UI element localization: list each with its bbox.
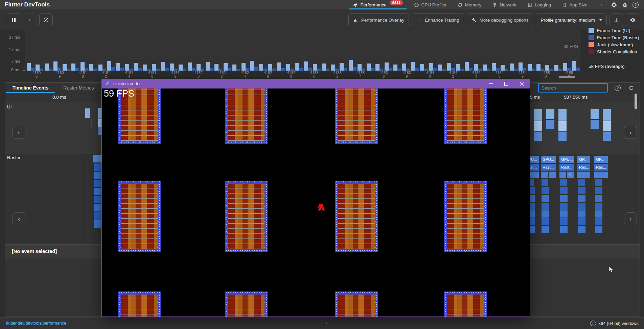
tab-timeline-events[interactable]: Timeline Events [5, 83, 56, 93]
frame-bar[interactable] [250, 61, 258, 71]
frame-bar[interactable] [340, 63, 347, 71]
flame-bar[interactable] [541, 172, 548, 178]
game-window[interactable]: cluisterizer_test 59 FPS [101, 79, 530, 317]
game-viewport[interactable]: 59 FPS [102, 88, 530, 317]
gpu-flame-bar[interactable]: GPU... [559, 156, 574, 163]
flame-bar[interactable] [560, 179, 567, 186]
flame-bar[interactable] [542, 210, 549, 218]
frame-bar[interactable] [483, 65, 490, 71]
flame-bar[interactable] [578, 226, 585, 233]
frame-bar[interactable] [563, 63, 571, 71]
profile-granularity-dropdown[interactable]: Profile granularity: medium [536, 14, 607, 26]
frame-bar[interactable] [456, 64, 464, 71]
header-tab-cpu-profiler[interactable]: CPU Profiler [409, 0, 452, 9]
frame-bar[interactable] [214, 64, 222, 71]
frame-bar[interactable] [554, 65, 562, 71]
ui-flame-bar[interactable] [546, 120, 554, 129]
frame-bar[interactable] [545, 65, 553, 71]
flame-bar[interactable] [578, 195, 585, 202]
enhance-tracing-button[interactable]: Enhance Tracing [412, 14, 464, 26]
flame-bar[interactable] [578, 218, 585, 225]
flame-bar[interactable] [578, 210, 585, 218]
header-tab-network[interactable]: Network [487, 0, 522, 9]
frame-bar[interactable] [107, 61, 115, 71]
tab-raster-metrics[interactable]: Raster Metrics [56, 83, 101, 93]
frame-bar[interactable] [358, 64, 365, 71]
game-window-titlebar[interactable]: cluisterizer_test [102, 79, 530, 88]
frame-bar[interactable] [322, 64, 329, 71]
frame-bar[interactable] [170, 64, 178, 71]
header-tab-logging[interactable]: Logging [522, 0, 556, 9]
frame-bar[interactable] [98, 65, 106, 71]
flame-bar[interactable] [560, 218, 568, 225]
frame-bar[interactable] [438, 65, 446, 71]
frame-bar[interactable] [71, 64, 79, 71]
more-debugging-options-button[interactable]: More debugging options [467, 14, 533, 26]
flame-bar[interactable] [542, 218, 549, 225]
flame-bar[interactable] [560, 210, 568, 218]
flame-bar[interactable] [542, 187, 549, 194]
frame-bar[interactable] [197, 64, 204, 71]
frame-bar[interactable] [277, 62, 285, 71]
ui-flame-bar[interactable] [591, 120, 599, 129]
frame-bar[interactable] [393, 65, 401, 71]
frame-bar[interactable] [188, 62, 196, 71]
raster-flame-bar[interactable] [94, 172, 101, 179]
raster-thread-flame-bar[interactable]: Ras... [594, 164, 608, 171]
refresh-icon[interactable] [627, 84, 635, 92]
frame-bar[interactable] [295, 63, 303, 71]
frame-bar[interactable] [367, 64, 374, 71]
frame-bar[interactable] [268, 64, 276, 71]
raster-thread-flame-bar[interactable]: Rast... [541, 164, 556, 171]
ui-flame-bar[interactable] [591, 109, 599, 119]
frame-bar[interactable] [27, 63, 34, 71]
ui-flame-bar[interactable] [603, 132, 611, 141]
flame-bar[interactable] [542, 226, 549, 233]
frame-bar[interactable] [45, 64, 52, 71]
ui-flame-bar[interactable] [558, 121, 567, 131]
flame-bar[interactable] [542, 179, 548, 186]
settings-gear-icon[interactable] [610, 1, 618, 8]
gpu-flame-bar[interactable]: GPU... [541, 156, 556, 163]
flame-bar[interactable] [578, 203, 585, 210]
frame-bar[interactable] [492, 63, 500, 71]
header-tab-app-size[interactable]: App Size [556, 0, 593, 9]
frame-bar[interactable] [232, 65, 240, 71]
devtools-docs-link[interactable]: flutter.dev/devtools/performance [6, 321, 66, 326]
flame-bar[interactable] [595, 203, 602, 210]
ui-track-next-button[interactable]: › [624, 126, 637, 139]
raster-thread-flame-bar[interactable]: Rast... [559, 164, 574, 171]
raster-flame-bar[interactable] [94, 180, 101, 187]
flame-bar[interactable] [595, 187, 602, 194]
frame-bar[interactable] [465, 62, 473, 71]
ui-flame-bar[interactable] [91, 119, 92, 127]
header-tab-memory[interactable]: Memory [452, 0, 487, 9]
raster-flame-bar[interactable] [94, 212, 101, 220]
frame-bar[interactable] [510, 64, 518, 71]
frame-bar[interactable] [313, 64, 321, 71]
frame-bar[interactable] [89, 64, 97, 71]
frame-bar[interactable] [152, 64, 160, 71]
header-tab-performance[interactable]: Performance6311 [347, 0, 408, 9]
frame-bar[interactable] [474, 64, 482, 71]
frame-bar[interactable] [286, 64, 294, 71]
frame-bar[interactable] [411, 62, 419, 71]
flame-bar[interactable] [578, 179, 585, 186]
close-button[interactable] [514, 79, 530, 88]
frame-bar[interactable] [224, 63, 231, 71]
ui-flame-bar[interactable] [534, 121, 542, 131]
flame-bar[interactable] [542, 195, 549, 202]
raster-flame-bar[interactable] [94, 163, 101, 171]
frame-bar[interactable] [53, 61, 61, 71]
performance-overlay-button[interactable]: Performance Overlay [348, 14, 409, 26]
raster-track-prev-button[interactable]: ‹ [13, 212, 25, 225]
frame-bar[interactable] [420, 64, 428, 71]
frame-bar[interactable] [143, 65, 151, 71]
ui-flame-bar[interactable] [558, 132, 567, 141]
frame-bar[interactable] [161, 62, 169, 71]
flame-bar[interactable] [560, 203, 568, 210]
flame-bar[interactable] [542, 203, 549, 210]
frame-bar[interactable] [519, 62, 526, 71]
resume-button[interactable] [23, 14, 37, 26]
flame-bar[interactable] [595, 179, 602, 186]
